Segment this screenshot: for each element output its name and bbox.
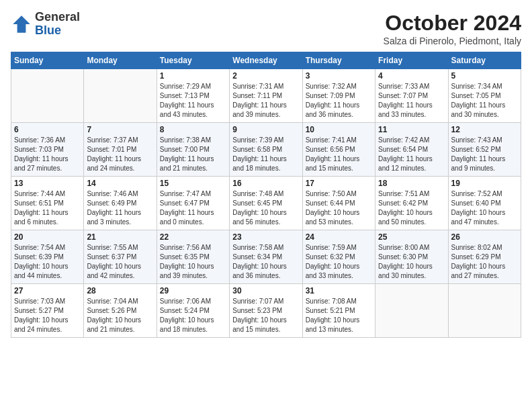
calendar-cell: 16Sunrise: 7:48 AM Sunset: 6:45 PM Dayli… bbox=[230, 177, 302, 230]
calendar-cell: 3Sunrise: 7:32 AM Sunset: 7:09 PM Daylig… bbox=[302, 69, 375, 123]
day-info: Sunrise: 8:00 AM Sunset: 6:30 PM Dayligh… bbox=[378, 243, 445, 281]
day-info: Sunrise: 7:29 AM Sunset: 7:13 PM Dayligh… bbox=[160, 82, 226, 120]
calendar-cell bbox=[448, 284, 521, 338]
day-info: Sunrise: 7:36 AM Sunset: 7:03 PM Dayligh… bbox=[14, 136, 81, 173]
day-number: 2 bbox=[232, 71, 299, 81]
day-number: 9 bbox=[232, 125, 299, 134]
calendar-cell: 11Sunrise: 7:42 AM Sunset: 6:54 PM Dayli… bbox=[375, 123, 448, 177]
day-number: 4 bbox=[378, 71, 445, 81]
day-number: 14 bbox=[87, 179, 153, 188]
calendar-cell: 17Sunrise: 7:50 AM Sunset: 6:44 PM Dayli… bbox=[302, 177, 375, 230]
day-header-sunday: Sunday bbox=[11, 52, 84, 69]
day-info: Sunrise: 7:59 AM Sunset: 6:32 PM Dayligh… bbox=[306, 243, 372, 281]
day-info: Sunrise: 7:37 AM Sunset: 7:01 PM Dayligh… bbox=[87, 136, 153, 173]
day-header-friday: Friday bbox=[375, 52, 448, 69]
day-info: Sunrise: 7:03 AM Sunset: 5:27 PM Dayligh… bbox=[14, 297, 81, 334]
day-number: 27 bbox=[14, 286, 81, 295]
calendar-cell: 21Sunrise: 7:55 AM Sunset: 6:37 PM Dayli… bbox=[84, 230, 157, 284]
day-number: 30 bbox=[232, 286, 299, 295]
calendar-cell: 1Sunrise: 7:29 AM Sunset: 7:13 PM Daylig… bbox=[157, 69, 229, 123]
day-info: Sunrise: 7:31 AM Sunset: 7:11 PM Dayligh… bbox=[232, 82, 299, 120]
day-info: Sunrise: 7:50 AM Sunset: 6:44 PM Dayligh… bbox=[306, 189, 372, 227]
calendar-cell: 8Sunrise: 7:38 AM Sunset: 7:00 PM Daylig… bbox=[157, 123, 229, 177]
calendar-cell: 30Sunrise: 7:07 AM Sunset: 5:23 PM Dayli… bbox=[230, 284, 302, 338]
day-number: 3 bbox=[306, 71, 372, 81]
day-info: Sunrise: 7:47 AM Sunset: 6:47 PM Dayligh… bbox=[160, 189, 226, 227]
day-number: 6 bbox=[14, 125, 81, 134]
calendar-cell: 10Sunrise: 7:41 AM Sunset: 6:56 PM Dayli… bbox=[302, 123, 375, 177]
calendar-cell: 23Sunrise: 7:58 AM Sunset: 6:34 PM Dayli… bbox=[230, 230, 302, 284]
day-info: Sunrise: 7:55 AM Sunset: 6:37 PM Dayligh… bbox=[87, 243, 153, 281]
day-number: 29 bbox=[160, 286, 226, 295]
day-info: Sunrise: 7:46 AM Sunset: 6:49 PM Dayligh… bbox=[87, 189, 153, 227]
logo-line2: Blue bbox=[35, 24, 80, 38]
calendar-cell bbox=[11, 69, 84, 123]
day-number: 19 bbox=[451, 179, 518, 188]
day-info: Sunrise: 7:51 AM Sunset: 6:42 PM Dayligh… bbox=[378, 189, 445, 227]
day-number: 1 bbox=[160, 71, 226, 81]
day-info: Sunrise: 7:38 AM Sunset: 7:00 PM Dayligh… bbox=[160, 136, 226, 173]
day-info: Sunrise: 7:34 AM Sunset: 7:05 PM Dayligh… bbox=[451, 82, 518, 120]
day-info: Sunrise: 7:43 AM Sunset: 6:52 PM Dayligh… bbox=[451, 136, 518, 173]
day-info: Sunrise: 7:08 AM Sunset: 5:21 PM Dayligh… bbox=[306, 297, 372, 334]
day-info: Sunrise: 7:41 AM Sunset: 6:56 PM Dayligh… bbox=[306, 136, 372, 173]
logo-line1: General bbox=[35, 11, 80, 24]
day-header-monday: Monday bbox=[84, 52, 157, 69]
location: Salza di Pinerolo, Piedmont, Italy bbox=[384, 36, 521, 46]
calendar-cell: 29Sunrise: 7:06 AM Sunset: 5:24 PM Dayli… bbox=[157, 284, 229, 338]
day-info: Sunrise: 8:02 AM Sunset: 6:29 PM Dayligh… bbox=[451, 243, 518, 281]
calendar-cell: 7Sunrise: 7:37 AM Sunset: 7:01 PM Daylig… bbox=[84, 123, 157, 177]
calendar-cell: 12Sunrise: 7:43 AM Sunset: 6:52 PM Dayli… bbox=[448, 123, 521, 177]
week-row-1: 1Sunrise: 7:29 AM Sunset: 7:13 PM Daylig… bbox=[11, 69, 521, 123]
svg-marker-0 bbox=[13, 15, 30, 33]
day-number: 22 bbox=[160, 232, 226, 242]
calendar-cell bbox=[84, 69, 157, 123]
calendar-cell: 27Sunrise: 7:03 AM Sunset: 5:27 PM Dayli… bbox=[11, 284, 84, 338]
month-title: October 2024 bbox=[384, 11, 521, 36]
day-header-thursday: Thursday bbox=[302, 52, 375, 69]
calendar-cell: 9Sunrise: 7:39 AM Sunset: 6:58 PM Daylig… bbox=[230, 123, 302, 177]
calendar-cell: 24Sunrise: 7:59 AM Sunset: 6:32 PM Dayli… bbox=[302, 230, 375, 284]
calendar-cell: 22Sunrise: 7:56 AM Sunset: 6:35 PM Dayli… bbox=[157, 230, 229, 284]
title-block: October 2024 Salza di Pinerolo, Piedmont… bbox=[384, 11, 521, 46]
calendar-cell: 26Sunrise: 8:02 AM Sunset: 6:29 PM Dayli… bbox=[448, 230, 521, 284]
calendar-cell bbox=[375, 284, 448, 338]
day-number: 10 bbox=[306, 125, 372, 134]
day-header-tuesday: Tuesday bbox=[157, 52, 229, 69]
calendar-cell: 18Sunrise: 7:51 AM Sunset: 6:42 PM Dayli… bbox=[375, 177, 448, 230]
day-number: 12 bbox=[451, 125, 518, 134]
day-number: 23 bbox=[232, 232, 299, 242]
day-info: Sunrise: 7:48 AM Sunset: 6:45 PM Dayligh… bbox=[232, 189, 299, 227]
calendar-cell: 4Sunrise: 7:33 AM Sunset: 7:07 PM Daylig… bbox=[375, 69, 448, 123]
calendar-cell: 15Sunrise: 7:47 AM Sunset: 6:47 PM Dayli… bbox=[157, 177, 229, 230]
day-number: 31 bbox=[306, 286, 372, 295]
day-number: 8 bbox=[160, 125, 226, 134]
day-header-wednesday: Wednesday bbox=[230, 52, 302, 69]
calendar-cell: 6Sunrise: 7:36 AM Sunset: 7:03 PM Daylig… bbox=[11, 123, 84, 177]
day-number: 18 bbox=[378, 179, 445, 188]
calendar-cell: 25Sunrise: 8:00 AM Sunset: 6:30 PM Dayli… bbox=[375, 230, 448, 284]
day-info: Sunrise: 7:56 AM Sunset: 6:35 PM Dayligh… bbox=[160, 243, 226, 281]
week-row-2: 6Sunrise: 7:36 AM Sunset: 7:03 PM Daylig… bbox=[11, 123, 521, 177]
day-number: 25 bbox=[378, 232, 445, 242]
day-info: Sunrise: 7:07 AM Sunset: 5:23 PM Dayligh… bbox=[232, 297, 299, 334]
day-info: Sunrise: 7:54 AM Sunset: 6:39 PM Dayligh… bbox=[14, 243, 81, 281]
day-number: 11 bbox=[378, 125, 445, 134]
day-number: 17 bbox=[306, 179, 372, 188]
calendar-cell: 2Sunrise: 7:31 AM Sunset: 7:11 PM Daylig… bbox=[230, 69, 302, 123]
week-row-4: 20Sunrise: 7:54 AM Sunset: 6:39 PM Dayli… bbox=[11, 230, 521, 284]
calendar-cell: 5Sunrise: 7:34 AM Sunset: 7:05 PM Daylig… bbox=[448, 69, 521, 123]
day-info: Sunrise: 7:04 AM Sunset: 5:26 PM Dayligh… bbox=[87, 297, 153, 334]
day-number: 7 bbox=[87, 125, 153, 134]
week-row-5: 27Sunrise: 7:03 AM Sunset: 5:27 PM Dayli… bbox=[11, 284, 521, 338]
day-number: 16 bbox=[232, 179, 299, 188]
logo-icon bbox=[11, 13, 32, 35]
day-info: Sunrise: 7:39 AM Sunset: 6:58 PM Dayligh… bbox=[232, 136, 299, 173]
day-number: 5 bbox=[451, 71, 518, 81]
week-row-3: 13Sunrise: 7:44 AM Sunset: 6:51 PM Dayli… bbox=[11, 177, 521, 230]
calendar-cell: 19Sunrise: 7:52 AM Sunset: 6:40 PM Dayli… bbox=[448, 177, 521, 230]
day-number: 28 bbox=[87, 286, 153, 295]
page-header: General Blue October 2024 Salza di Piner… bbox=[11, 11, 521, 46]
day-info: Sunrise: 7:58 AM Sunset: 6:34 PM Dayligh… bbox=[232, 243, 299, 281]
day-number: 26 bbox=[451, 232, 518, 242]
